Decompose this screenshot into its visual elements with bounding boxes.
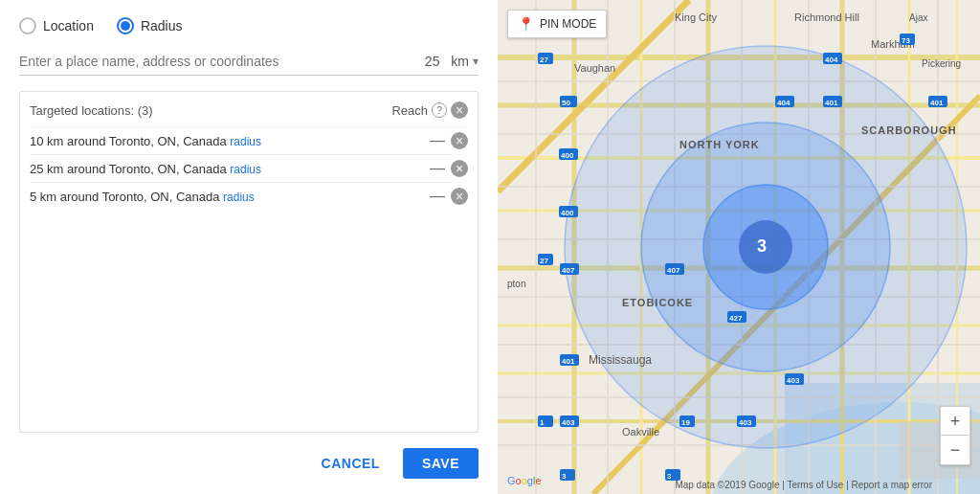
zoom-out-button[interactable]: − [941, 436, 969, 464]
location-radio-option[interactable]: Location [19, 17, 94, 34]
google-logo: Google [507, 475, 542, 486]
svg-text:401: 401 [930, 99, 944, 107]
svg-text:401: 401 [825, 99, 838, 107]
map-attribution: Map data ©2019 Google | Terms of Use | R… [675, 480, 932, 490]
zoom-controls: + − [940, 406, 970, 465]
list-item: 25 km around Toronto, ON, Canada radius … [30, 154, 468, 182]
svg-text:403: 403 [739, 418, 752, 427]
svg-text:Ajax: Ajax [909, 12, 927, 23]
svg-text:3: 3 [667, 472, 672, 481]
remove-item-3-icon[interactable] [451, 188, 468, 205]
svg-text:400: 400 [561, 209, 574, 217]
reach-info-icon[interactable]: ? [432, 102, 447, 118]
zoom-in-button[interactable]: + [941, 407, 969, 436]
svg-text:Pickering: Pickering [922, 58, 961, 69]
pin-mode-label: PIN MODE [540, 17, 596, 31]
radius-radio-option[interactable]: Radius [117, 17, 183, 34]
svg-text:pton: pton [507, 279, 525, 289]
dash-button-1[interactable]: — [430, 133, 445, 148]
cancel-button[interactable]: CANCEL [310, 448, 391, 479]
svg-text:404: 404 [777, 99, 791, 107]
bottom-buttons: CANCEL SAVE [19, 448, 479, 479]
svg-text:401: 401 [562, 357, 575, 366]
location-radio-circle[interactable] [19, 17, 36, 34]
dash-button-3[interactable]: — [430, 189, 445, 204]
distance-unit: km [451, 54, 469, 69]
radius-tag-2: radius [230, 163, 261, 176]
reach-label: Reach ? [391, 101, 468, 119]
dash-button-2[interactable]: — [430, 161, 445, 176]
location-actions-2: — [430, 160, 468, 177]
svg-text:1: 1 [540, 418, 545, 427]
svg-text:NORTH YORK: NORTH YORK [679, 139, 760, 150]
location-radio-label: Location [43, 18, 94, 34]
svg-text:3: 3 [757, 236, 767, 256]
svg-text:27: 27 [540, 56, 548, 64]
radius-radio-circle[interactable] [117, 17, 134, 34]
location-text-3: 5 km around Toronto, ON, Canada radius [30, 190, 255, 204]
location-text-1: 10 km around Toronto, ON, Canada radius [30, 134, 261, 148]
search-input[interactable] [19, 54, 425, 69]
svg-text:407: 407 [667, 266, 680, 275]
locations-close-icon[interactable] [451, 101, 468, 119]
remove-item-2-icon[interactable] [451, 160, 468, 177]
map-panel[interactable]: King City Richmond Hill Markham Vaughan … [498, 0, 980, 494]
svg-text:3: 3 [562, 472, 567, 481]
radius-radio-label: Radius [141, 18, 183, 34]
locations-header: Targeted locations: (3) Reach ? [30, 101, 468, 119]
remove-item-1-icon[interactable] [451, 132, 468, 149]
svg-text:404: 404 [825, 56, 838, 64]
svg-text:73: 73 [902, 36, 910, 45]
radius-tag-3: radius [223, 191, 255, 204]
svg-text:27: 27 [540, 257, 548, 265]
location-actions-1: — [430, 132, 468, 149]
map-svg: King City Richmond Hill Markham Vaughan … [498, 0, 980, 494]
svg-text:SCARBOROUGH: SCARBOROUGH [861, 124, 957, 136]
svg-text:King City: King City [675, 11, 718, 23]
svg-text:407: 407 [562, 266, 575, 275]
svg-text:ETOBICOKE: ETOBICOKE [622, 297, 693, 308]
search-row: 25 km ▾ [19, 54, 479, 76]
svg-text:400: 400 [561, 151, 574, 160]
svg-text:Richmond Hill: Richmond Hill [794, 11, 859, 23]
svg-text:50: 50 [562, 99, 570, 107]
radio-row: Location Radius [19, 17, 479, 34]
chevron-down-icon: ▾ [473, 55, 479, 68]
distance-value: 25 [425, 54, 440, 69]
svg-text:427: 427 [729, 314, 743, 323]
svg-text:Oakville: Oakville [622, 426, 659, 438]
save-button[interactable]: SAVE [403, 448, 479, 479]
svg-text:Mississauga: Mississauga [589, 353, 652, 367]
location-text-2: 25 km around Toronto, ON, Canada radius [30, 162, 261, 176]
radius-tag-1: radius [230, 135, 261, 148]
pin-mode-button[interactable]: 📍 PIN MODE [507, 10, 607, 38]
reach-text: Reach [391, 103, 428, 118]
pin-icon: 📍 [518, 16, 534, 32]
svg-text:403: 403 [562, 418, 575, 427]
svg-text:403: 403 [787, 376, 800, 385]
locations-title: Targeted locations: (3) [30, 103, 153, 118]
svg-text:19: 19 [681, 418, 690, 427]
list-item: 5 km around Toronto, ON, Canada radius — [30, 182, 468, 210]
locations-box: Targeted locations: (3) Reach ? 10 km ar… [19, 91, 479, 433]
distance-selector[interactable]: 25 km ▾ [425, 54, 479, 69]
location-actions-3: — [430, 188, 468, 205]
svg-text:Vaughan: Vaughan [574, 62, 615, 74]
list-item: 10 km around Toronto, ON, Canada radius … [30, 126, 468, 154]
left-panel: Location Radius 25 km ▾ Targeted locatio… [0, 0, 498, 494]
